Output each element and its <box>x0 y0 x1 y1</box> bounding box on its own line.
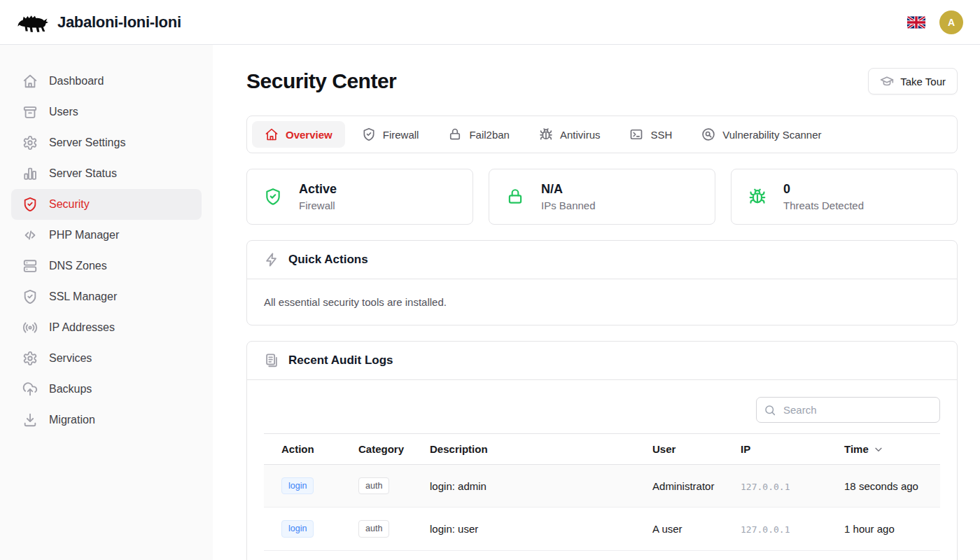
sidebar-item[interactable]: Users <box>11 97 202 127</box>
col-user: User <box>635 434 723 465</box>
home-icon <box>265 127 279 141</box>
tab[interactable]: SSH <box>617 121 685 148</box>
server-icon <box>22 258 38 274</box>
quick-actions-message: All essential security tools are install… <box>247 279 957 325</box>
clipboard-icon <box>264 353 279 368</box>
security-tabs: Overview Firewall Fail2ban Antivirus <box>246 115 958 153</box>
sidebar-item-label: Server Settings <box>49 136 125 149</box>
audit-logs-header: Recent Audit Logs <box>247 342 957 380</box>
sidebar-item[interactable]: PHP Manager <box>11 220 202 251</box>
stat-value: N/A <box>541 182 596 197</box>
tab[interactable]: Fail2ban <box>435 121 522 148</box>
sidebar-item-label: DNS Zones <box>49 260 107 272</box>
stat-card: 0 Threats Detected <box>731 169 958 225</box>
tab[interactable]: Firewall <box>349 121 432 148</box>
audit-log-row: login auth login: admin Administrator 12… <box>264 465 940 507</box>
stat-card: Active Firewall <box>246 169 473 225</box>
search-icon <box>764 404 776 416</box>
shield-check-icon <box>264 188 282 206</box>
lock-icon <box>448 127 462 141</box>
shield-check-icon <box>362 127 376 141</box>
audit-logs-body: Action Category Description User IP Time <box>247 380 957 560</box>
brand[interactable]: Jabaloni-loni-loni <box>17 10 181 35</box>
home-icon <box>22 74 38 89</box>
stat-text: 0 Threats Detected <box>783 182 864 211</box>
sidebar-item-label: Dashboard <box>49 75 104 88</box>
bar-chart-icon <box>22 166 38 181</box>
stat-text: N/A IPs Banned <box>541 182 596 211</box>
avatar[interactable]: A <box>939 10 963 34</box>
action-badge: login <box>281 477 314 494</box>
tab-label: Antivirus <box>560 129 601 141</box>
sidebar-item-label: IP Addresses <box>49 321 115 334</box>
take-tour-button[interactable]: Take Tour <box>868 68 958 94</box>
uk-flag-icon[interactable] <box>907 16 925 29</box>
col-description: Description <box>412 434 635 465</box>
table-header-row: Action Category Description User IP Time <box>264 434 940 465</box>
log-time: 18 seconds ago <box>827 465 940 507</box>
sidebar-item-label: Migration <box>49 414 95 426</box>
tab-label: Fail2ban <box>469 129 510 141</box>
sidebar-item[interactable]: Services <box>11 343 202 374</box>
download-icon <box>22 412 38 428</box>
zap-icon <box>264 252 279 267</box>
top-bar: Jabaloni-loni-loni A <box>0 0 980 45</box>
tab-label: Vulnerability Scanner <box>722 129 821 141</box>
sidebar-item[interactable]: DNS Zones <box>11 251 202 281</box>
sidebar-item-label: PHP Manager <box>49 229 119 241</box>
sidebar: Dashboard Users Server Settings Server S… <box>0 45 213 560</box>
search-box <box>756 397 940 423</box>
stat-label: Threats Detected <box>783 200 864 211</box>
sidebar-item[interactable]: Server Settings <box>11 127 202 158</box>
log-description: login: user <box>412 507 635 550</box>
code-icon <box>22 227 38 243</box>
tab[interactable]: Overview <box>252 121 345 148</box>
sidebar-item-label: Server Status <box>49 167 117 180</box>
terminal-icon <box>629 127 643 141</box>
bug-icon <box>748 188 766 206</box>
sidebar-item-label: Users <box>49 106 78 118</box>
stat-label: Firewall <box>299 200 337 211</box>
tab-label: Overview <box>286 129 332 141</box>
gear-icon <box>22 351 38 366</box>
table-toolbar <box>264 397 940 423</box>
topbar-actions: A <box>907 10 963 34</box>
sidebar-item-label: SSL Manager <box>49 290 117 303</box>
log-ip: 127.0.0.1 <box>741 482 790 492</box>
take-tour-label: Take Tour <box>900 76 946 88</box>
audit-table: Action Category Description User IP Time <box>264 433 940 551</box>
page-header: Security Center Take Tour <box>246 68 958 94</box>
lock-icon <box>506 188 524 206</box>
tab-label: SSH <box>650 129 672 141</box>
action-badge: login <box>281 520 314 537</box>
sidebar-item[interactable]: Dashboard <box>11 66 202 97</box>
sidebar-item-label: Security <box>49 198 90 211</box>
sidebar-item[interactable]: Backups <box>11 374 202 405</box>
tab-label: Firewall <box>383 129 419 141</box>
stat-value: Active <box>299 182 337 197</box>
boar-icon <box>17 10 49 35</box>
sort-by-time[interactable]: Time <box>844 443 884 455</box>
graduation-cap-icon <box>880 74 894 88</box>
col-category: Category <box>341 434 412 465</box>
log-ip: 127.0.0.1 <box>741 524 790 535</box>
sidebar-item[interactable]: Server Status <box>11 158 202 189</box>
sidebar-item[interactable]: SSL Manager <box>11 281 202 312</box>
shield-check-icon <box>22 197 38 212</box>
col-time: Time <box>827 434 940 465</box>
tab[interactable]: Antivirus <box>526 121 613 148</box>
quick-actions-card: Quick Actions All essential security too… <box>246 240 958 326</box>
tab[interactable]: Vulnerability Scanner <box>689 121 834 148</box>
archive-icon <box>22 104 38 120</box>
cloud-upload-icon <box>22 382 38 397</box>
chevron-down-icon <box>873 444 884 455</box>
sidebar-item[interactable]: Migration <box>11 405 202 435</box>
stat-text: Active Firewall <box>299 182 337 211</box>
sidebar-item[interactable]: Security <box>11 189 202 220</box>
sidebar-item[interactable]: IP Addresses <box>11 312 202 343</box>
search-input[interactable] <box>756 397 940 423</box>
log-user: A user <box>635 507 723 550</box>
log-time: 1 hour ago <box>827 507 940 550</box>
category-badge: auth <box>358 477 389 494</box>
search-circle-icon <box>701 127 715 141</box>
